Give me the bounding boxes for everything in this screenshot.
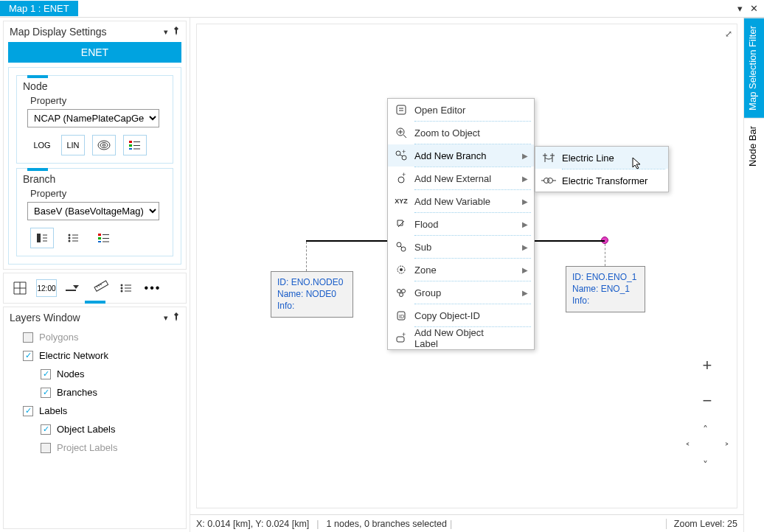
lin-button[interactable]: LIN [61,135,85,155]
pan-left-icon[interactable]: ˂ [685,441,690,453]
node-property-select[interactable]: NCAP (NamePlateCapGen [27,109,159,127]
close-icon[interactable]: ✕ [750,3,758,14]
pan-down-icon[interactable]: ˅ [703,459,708,471]
menu-add-new-object-label[interactable]: + Add New Object Label [388,327,534,349]
copy-id-icon: ID [388,309,414,321]
menu-open-editor[interactable]: Open Editor [388,99,534,121]
svg-point-2 [103,144,105,147]
layer-label: Object Labels [57,424,116,435]
svg-point-0 [98,141,110,150]
svg-text:+: + [402,171,406,178]
more-icon[interactable]: ••• [142,279,163,297]
submenu-electric-transformer[interactable]: Electric Transformer [535,169,668,192]
svg-rect-3 [129,141,132,143]
layer-label: Branches [57,387,97,398]
zoom-in-icon[interactable]: + [703,356,712,375]
zone-icon [388,264,414,276]
view-mode-2-icon[interactable] [61,228,85,248]
enet-button[interactable]: ENET [8,42,181,63]
map-display-settings-panel: Map Display Settings ▾ ENET Node Propert… [3,21,187,270]
zoom-icon [388,127,414,139]
map-canvas[interactable]: ⤢ ID: ENO.NODE0 Name: NODE0 Info: ID: EN… [196,24,737,508]
add-label-icon: + [388,332,414,344]
layer-polygons[interactable]: ✓ Polygons [4,328,186,346]
dropdown-icon[interactable]: ▾ [164,313,168,323]
log-button[interactable]: LOG [30,135,54,155]
status-bar: X: 0.014 [km], Y: 0.024 [km] | 1 nodes, … [190,514,743,532]
dropdown-icon[interactable]: ▾ [164,27,168,37]
time-button[interactable]: 12:00 [36,279,57,297]
branch-property-select[interactable]: BaseV (BaseVoltageMag) [27,202,159,220]
node-id: ID: ENO.ENO_1 [572,271,639,283]
minimize-icon[interactable]: ▾ [737,3,743,14]
svg-line-51 [400,246,402,248]
submenu-electric-line[interactable]: Electric Line [535,147,668,169]
electric-transformer-icon [535,175,562,186]
checkbox-icon[interactable]: ✓ [41,369,51,379]
collapse-icon[interactable]: ⤢ [725,29,732,39]
node-info: Info: [277,300,347,312]
map-tab[interactable]: Map 1 : ENET [0,1,78,16]
node-bar-tab[interactable]: Node Bar [744,118,764,174]
menu-add-new-variable[interactable]: XYZ Add New Variable▶ [388,190,534,212]
grid-icon[interactable] [10,279,30,297]
contour-icon[interactable] [92,135,116,155]
zoom-out-icon[interactable]: − [703,391,712,410]
list-icon[interactable] [116,279,136,297]
menu-flood[interactable]: Flood▶ [388,213,534,235]
edge-connector [605,244,605,266]
layer-labels[interactable]: ✓ Labels [4,402,186,420]
menu-add-new-external[interactable]: + Add New External▶ [388,167,534,189]
edge-connector [306,242,307,271]
legend-icon[interactable] [123,135,147,155]
layer-project-labels[interactable]: ✓ Project Labels [4,438,186,457]
svg-rect-20 [98,237,101,239]
map-selection-filter-tab[interactable]: Map Selection Filter [744,18,764,118]
layer-branches[interactable]: ✓ Branches [4,383,186,402]
checkbox-icon[interactable]: ✓ [23,332,33,343]
menu-sub[interactable]: Sub▶ [388,236,534,258]
electric-line-icon [535,152,562,164]
view-mode-3-icon[interactable] [92,228,116,248]
checkbox-icon[interactable]: ✓ [41,443,51,453]
checkbox-icon[interactable]: ✓ [23,406,33,416]
menu-group[interactable]: Group▶ [388,281,534,304]
pan-up-icon[interactable]: ˄ [703,424,708,435]
svg-text:ID: ID [399,314,404,319]
submenu-label: Electric Line [562,153,614,164]
menu-copy-object-id[interactable]: ID Copy Object-ID [388,304,534,326]
add-variable-icon: XYZ [388,197,414,205]
flow-icon[interactable] [63,279,83,297]
checkbox-icon[interactable]: ✓ [41,388,51,398]
pin-icon[interactable] [173,27,180,37]
ruler-icon[interactable] [89,279,110,297]
svg-point-13 [69,234,71,237]
menu-zone[interactable]: Zone▶ [388,259,534,281]
svg-point-32 [121,290,123,293]
pan-right-icon[interactable]: ˃ [724,441,729,453]
svg-rect-9 [37,234,41,242]
menu-add-new-branch[interactable]: + Add New Branch▶ [388,144,534,167]
pan-control[interactable]: ˄ ˂ ˃ ˅ [687,427,728,468]
checkbox-icon[interactable]: ✓ [23,351,33,361]
view-mode-1-icon[interactable] [30,228,54,248]
layer-electric-network[interactable]: ✓ Electric Network [4,346,186,365]
checkbox-icon[interactable]: ✓ [41,424,51,435]
layer-nodes[interactable]: ✓ Nodes [4,365,186,383]
pin-icon[interactable] [173,312,180,323]
svg-point-54 [397,290,401,293]
branch-group: Branch Property BaseV (BaseVoltageMag) [16,168,173,256]
layer-object-labels[interactable]: ✓ Object Labels [4,420,186,438]
layer-label: Electric Network [39,350,108,361]
node-box-0[interactable]: ID: ENO.NODE0 Name: NODE0 Info: [271,271,353,318]
node-info: Info: [572,295,639,307]
node-id: ID: ENO.NODE0 [277,276,347,288]
status-selection: 1 nodes, 0 branches selected [327,519,447,529]
add-external-icon: + [388,172,414,184]
layers-panel: Layers Window ▾ ✓ Polygons ✓ Electric Ne… [3,307,187,529]
layer-label: Polygons [39,332,78,343]
svg-point-31 [121,287,123,290]
node-box-1[interactable]: ID: ENO.ENO_1 Name: ENO_1 Info: [566,266,645,312]
add-branch-icon: + [388,150,414,161]
menu-zoom-to-object[interactable]: Zoom to Object [388,122,534,144]
